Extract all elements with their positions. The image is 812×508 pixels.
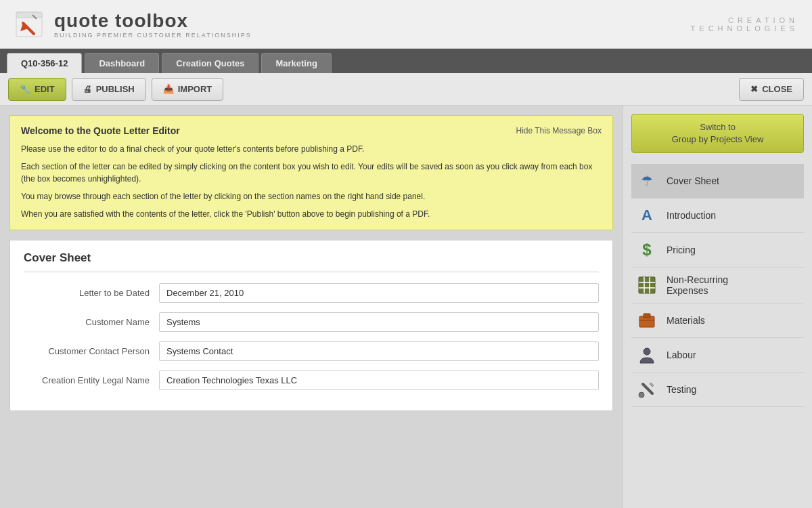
sidebar-item-non-recurring[interactable]: Non-RecurringExpenses: [631, 268, 804, 303]
sidebar-label-non-recurring: Non-RecurringExpenses: [667, 274, 728, 296]
tab-dashboard[interactable]: Dashboard: [85, 53, 159, 73]
hide-message-link[interactable]: Hide This Message Box: [516, 126, 602, 135]
sidebar-item-cover-sheet[interactable]: ☂ Cover Sheet: [631, 164, 804, 198]
tab-creation-quotes[interactable]: Creation Quotes: [162, 53, 258, 73]
svg-rect-11: [644, 314, 650, 318]
sidebar-item-materials[interactable]: Materials: [631, 303, 804, 338]
welcome-line3: You may browse through each section of t…: [21, 190, 602, 203]
label-customer: Customer Name: [24, 317, 159, 327]
svg-point-13: [644, 348, 650, 355]
cover-sheet-divider: [24, 272, 599, 272]
main-area: Welcome to the Quote Letter Editor Hide …: [0, 106, 812, 508]
testing-icon: [637, 379, 657, 400]
welcome-line4: When you are satisfied with the contents…: [21, 208, 602, 220]
publish-label: PUBLISH: [96, 84, 135, 94]
logo-text: quote toolbox BUILDING PREMIER CUSTOMER …: [54, 10, 252, 39]
welcome-line2: Each section of the letter can be edited…: [21, 161, 602, 185]
sidebar-item-testing[interactable]: Testing: [631, 373, 804, 407]
dollar-icon: $: [637, 240, 657, 260]
svg-rect-1: [16, 12, 42, 18]
umbrella-icon: ☂: [637, 171, 657, 191]
input-contact[interactable]: [159, 341, 599, 361]
edit-button[interactable]: 🔧 EDIT: [8, 78, 66, 101]
field-row-contact: Customer Contact Person: [24, 341, 599, 361]
print-icon: 🖨: [83, 84, 92, 94]
svg-rect-5: [639, 277, 655, 293]
sidebar-label-materials: Materials: [667, 315, 705, 326]
welcome-title: Welcome to the Quote Letter Editor: [21, 125, 180, 136]
sidebar-item-pricing[interactable]: $ Pricing: [631, 233, 804, 268]
welcome-box-header: Welcome to the Quote Letter Editor Hide …: [21, 125, 602, 136]
welcome-line1: Please use the editor to do a final chec…: [21, 143, 602, 155]
app-tagline: BUILDING PREMIER CUSTOMER RELATIONSHIPS: [54, 32, 252, 39]
wrench-icon: 🔧: [20, 84, 30, 94]
cover-sheet-title: Cover Sheet: [24, 251, 599, 265]
company-name: creation TECHNOLOGIES: [691, 16, 798, 33]
label-contact: Customer Contact Person: [24, 346, 159, 356]
letter-icon: A: [637, 205, 657, 226]
sidebar: Switch to Group by Projects View ☂ Cover…: [623, 106, 812, 508]
tab-marketing[interactable]: Marketing: [261, 53, 331, 73]
close-icon: ✖: [750, 84, 758, 94]
toolbar: 🔧 EDIT 🖨 PUBLISH 📥 IMPORT ✖ CLOSE: [0, 73, 812, 106]
sidebar-label-pricing: Pricing: [667, 245, 696, 255]
svg-point-15: [639, 392, 644, 398]
person-icon: [637, 345, 657, 365]
import-icon: 📥: [163, 84, 174, 94]
field-row-date: Letter to be Dated: [24, 283, 599, 303]
switch-view-line2: Group by Projects View: [672, 134, 764, 144]
input-customer[interactable]: [159, 312, 599, 332]
sidebar-label-labour: Labour: [667, 350, 696, 360]
table-icon: [637, 275, 657, 295]
edit-label: EDIT: [35, 84, 55, 94]
sidebar-label-testing: Testing: [667, 384, 696, 395]
label-date: Letter to be Dated: [24, 288, 159, 298]
sidebar-label-introduction: Introduction: [667, 210, 716, 221]
cover-sheet-section: Cover Sheet Letter to be Dated Customer …: [9, 240, 613, 411]
svg-marker-16: [650, 383, 654, 387]
close-button[interactable]: ✖ CLOSE: [739, 78, 804, 101]
label-legal: Creation Entity Legal Name: [24, 375, 159, 385]
nav-bar: Q10-356-12 Dashboard Creation Quotes Mar…: [0, 49, 812, 73]
sidebar-item-labour[interactable]: Labour: [631, 338, 804, 373]
input-legal[interactable]: [159, 371, 599, 390]
content-area: Welcome to the Quote Letter Editor Hide …: [0, 106, 623, 508]
import-label: IMPORT: [178, 84, 212, 94]
logo-icon: [14, 8, 46, 41]
switch-view-line1: Switch to: [700, 122, 736, 132]
field-row-legal: Creation Entity Legal Name: [24, 371, 599, 390]
tab-q10[interactable]: Q10-356-12: [7, 53, 82, 73]
close-label: CLOSE: [762, 84, 792, 94]
sidebar-label-cover-sheet: Cover Sheet: [667, 175, 719, 186]
logo-area: quote toolbox BUILDING PREMIER CUSTOMER …: [14, 8, 691, 41]
app-header: quote toolbox BUILDING PREMIER CUSTOMER …: [0, 0, 812, 49]
switch-view-button[interactable]: Switch to Group by Projects View: [631, 114, 804, 153]
input-date[interactable]: [159, 283, 599, 303]
app-title: quote toolbox: [54, 10, 252, 32]
welcome-box: Welcome to the Quote Letter Editor Hide …: [9, 115, 613, 230]
field-row-customer: Customer Name: [24, 312, 599, 332]
import-button[interactable]: 📥 IMPORT: [152, 78, 224, 101]
publish-button[interactable]: 🖨 PUBLISH: [72, 78, 146, 101]
sidebar-item-introduction[interactable]: A Introduction: [631, 198, 804, 233]
materials-icon: [637, 310, 657, 331]
